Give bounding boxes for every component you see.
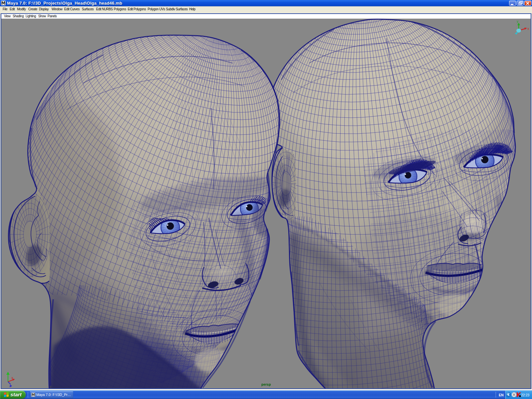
svg-text:x: x — [11, 376, 13, 380]
svg-text:x: x — [527, 27, 529, 31]
svg-text:persp: persp — [261, 382, 271, 386]
svg-text:z: z — [9, 384, 11, 388]
svg-text:y: y — [517, 20, 518, 23]
